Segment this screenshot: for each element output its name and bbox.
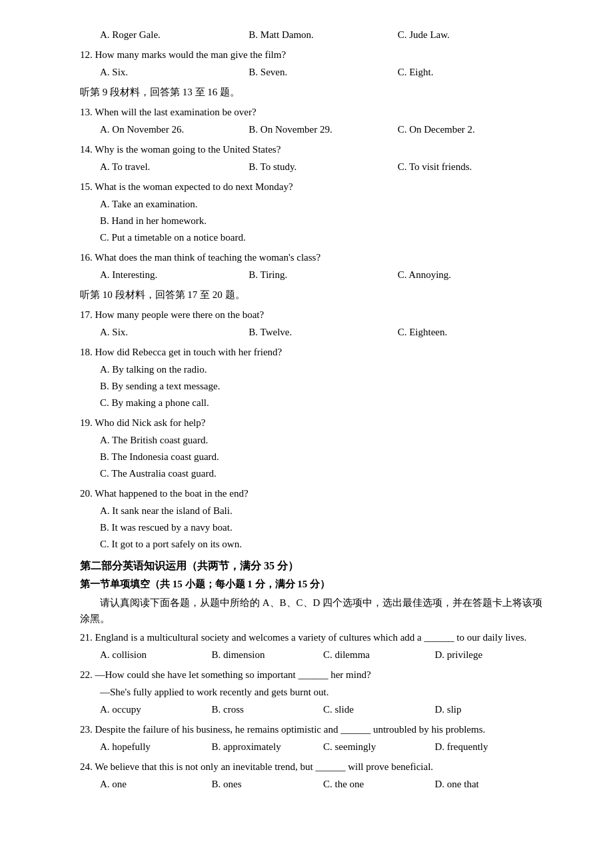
q15-option-c: C. Put a timetable on a notice board. [100, 229, 546, 245]
q20-option-a: A. It sank near the island of Bali. [100, 503, 546, 519]
q23-blank: ______ [338, 724, 373, 735]
q19-option-b: B. The Indonesia coast guard. [100, 449, 546, 465]
q21-option-d: D. privilege [435, 647, 547, 663]
q18-option-c: C. By making a phone call. [100, 395, 546, 411]
q21-option-c: C. dilemma [323, 647, 435, 663]
q22-option-c: C. slide [323, 701, 435, 717]
q14-option-b: B. To study. [249, 159, 397, 175]
q17-text: 17. How many people were there on the bo… [80, 307, 546, 323]
exam-content: A. Roger Gale. B. Matt Damon. C. Jude La… [80, 27, 546, 792]
q21-option-a: A. collision [100, 647, 212, 663]
q24-option-b: B. ones [212, 776, 324, 792]
q12-text: 12. How many marks would the man give th… [80, 47, 546, 63]
q20-option-b: B. It was rescued by a navy boat. [100, 519, 546, 535]
section2-header: 第二部分英语知识运用（共两节，满分 35 分） [80, 557, 546, 575]
q19-text: 19. Who did Nick ask for help? [80, 415, 546, 431]
q22-option-b: B. cross [212, 701, 324, 717]
q16-text: 16. What does the man think of teaching … [80, 249, 546, 265]
q24-option-c: C. the one [323, 776, 435, 792]
q14-option-c: C. To visit friends. [398, 159, 546, 175]
q12-option-b: B. Seven. [249, 64, 397, 80]
q11-option-b: B. Matt Damon. [249, 27, 397, 43]
q24-option-d: D. one that [435, 776, 547, 792]
listening10-prompt: 听第 10 段材料，回答第 17 至 20 题。 [80, 287, 546, 303]
q20-text: 20. What happened to the boat in the end… [80, 485, 546, 501]
q22-blank: ______ [296, 669, 331, 680]
q15-option-b: B. Hand in her homework. [100, 213, 546, 229]
q23-option-b: B. approximately [212, 739, 324, 755]
q24-text-before: 24. We believe that this is not only an … [80, 761, 313, 772]
listening9-prompt: 听第 9 段材料，回答第 13 至 16 题。 [80, 84, 546, 100]
q23-text: 23. Despite the failure of his business,… [80, 721, 546, 737]
q23-text-after: untroubled by his problems. [373, 724, 485, 735]
q22-text-before: 22. —How could she have let something so… [80, 669, 296, 680]
q21-blank: ______ [422, 632, 457, 643]
q16-option-a: A. Interesting. [100, 267, 249, 283]
q17-option-a: A. Six. [100, 324, 249, 340]
q21-text: 21. England is a multicultural society a… [80, 629, 546, 645]
q13-text: 13. When will the last examination be ov… [80, 104, 546, 120]
q24-text-after: will prove beneficial. [348, 761, 433, 772]
section2-sub: 第一节单项填空（共 15 小题；每小题 1 分，满分 15 分） [80, 576, 546, 592]
q13-option-a: A. On November 26. [100, 121, 249, 137]
q13-option-b: B. On November 29. [249, 121, 397, 137]
q17-option-c: C. Eighteen. [398, 324, 546, 340]
q16-option-c: C. Annoying. [398, 267, 546, 283]
q22-option-a: A. occupy [100, 701, 212, 717]
q23-text-before: 23. Despite the failure of his business,… [80, 724, 338, 735]
q13-option-c: C. On December 2. [398, 121, 546, 137]
q16-option-b: B. Tiring. [249, 267, 397, 283]
q15-text: 15. What is the woman expected to do nex… [80, 179, 546, 195]
q24-option-a: A. one [100, 776, 212, 792]
q12-option-c: C. Eight. [398, 64, 546, 80]
q24-blank: ______ [313, 761, 348, 772]
q14-option-a: A. To travel. [100, 159, 249, 175]
q24-text: 24. We believe that this is not only an … [80, 759, 546, 775]
q22-text3: —She's fully applied to work recently an… [100, 684, 546, 700]
q22-text: 22. —How could she have let something so… [80, 667, 546, 683]
q17-option-b: B. Twelve. [249, 324, 397, 340]
q22-option-d: D. slip [435, 701, 547, 717]
q18-text: 18. How did Rebecca get in touch with he… [80, 344, 546, 360]
q20-option-c: C. It got to a port safely on its own. [100, 536, 546, 552]
q19-option-a: A. The British coast guard. [100, 432, 546, 448]
q11-option-c: C. Jude Law. [398, 27, 546, 43]
q12-option-a: A. Six. [100, 64, 249, 80]
q19-option-c: C. The Australia coast guard. [100, 465, 546, 481]
q23-option-c: C. seemingly [323, 739, 435, 755]
q11-option-a: A. Roger Gale. [100, 27, 249, 43]
q21-text-after: to our daily lives. [456, 632, 526, 643]
q23-option-a: A. hopefully [100, 739, 212, 755]
q18-option-a: A. By talking on the radio. [100, 361, 546, 377]
q15-option-a: A. Take an examination. [100, 196, 546, 212]
section2-instructions: 请认真阅读下面各题，从题中所给的 A、B、C、D 四个选项中，选出最佳选项，并在… [80, 595, 546, 627]
q23-option-d: D. frequently [435, 739, 547, 755]
q21-text-before: 21. England is a multicultural society a… [80, 632, 422, 643]
q21-option-b: B. dimension [212, 647, 324, 663]
q22-text-after: her mind? [330, 669, 370, 680]
q18-option-b: B. By sending a text message. [100, 378, 546, 394]
q14-text: 14. Why is the woman going to the United… [80, 141, 546, 157]
